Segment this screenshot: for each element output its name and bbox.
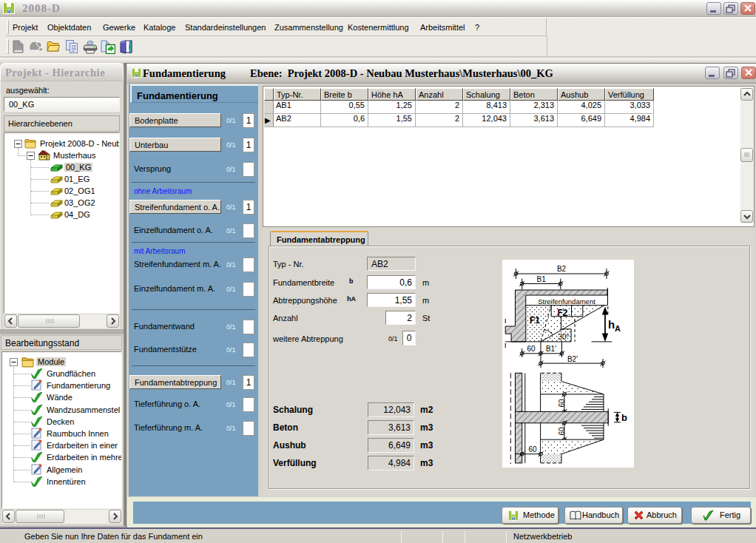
- svg-text:F1: F1: [530, 315, 540, 326]
- svg-text:Streifenfundament: Streifenfundament: [538, 297, 595, 306]
- svg-text:B2': B2': [567, 355, 578, 363]
- svg-text:A: A: [615, 324, 621, 333]
- svg-text:60: 60: [558, 427, 566, 436]
- svg-text:F2: F2: [558, 308, 568, 318]
- svg-text:60: 60: [528, 445, 537, 453]
- svg-text:M: M: [7, 9, 10, 14]
- svg-text:60: 60: [527, 345, 536, 353]
- svg-text:b: b: [621, 412, 627, 423]
- svg-text:M: M: [512, 516, 516, 521]
- svg-text:M: M: [135, 73, 138, 78]
- svg-text:60: 60: [558, 399, 566, 408]
- svg-text:h: h: [608, 318, 615, 331]
- svg-text:B1': B1': [546, 345, 556, 353]
- svg-text:B2: B2: [557, 265, 567, 273]
- svg-text:B1: B1: [537, 275, 547, 283]
- svg-text:30°: 30°: [558, 333, 570, 341]
